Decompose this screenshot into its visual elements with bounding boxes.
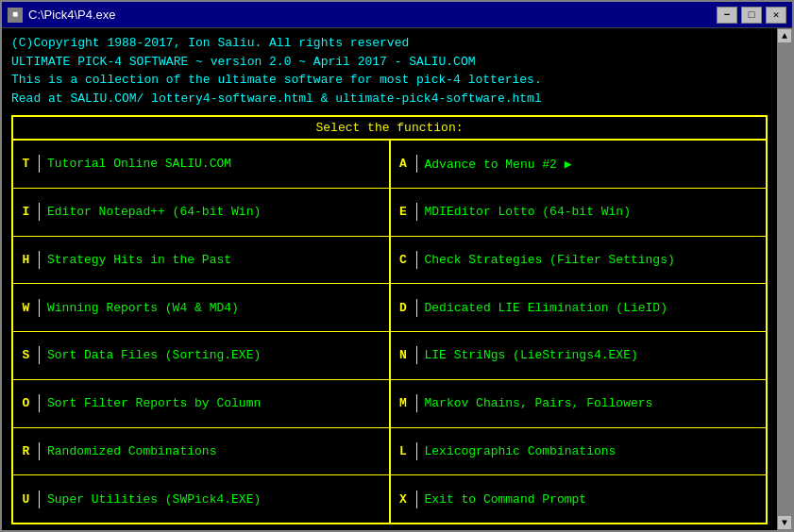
menu-label-x: Exit to Command Prompt bbox=[417, 490, 595, 508]
menu-label-o: Sort Filter Reports by Column bbox=[40, 394, 268, 412]
menu-key-u: U bbox=[13, 490, 40, 508]
menu-row: SSort Data Files (Sorting.EXE)NLIE StriN… bbox=[13, 332, 766, 380]
menu-label-n: LIE StriNgs (LieStrings4.EXE) bbox=[417, 346, 646, 364]
header-line2: ULTIMATE PICK-4 SOFTWARE ~ version 2.0 ~… bbox=[11, 53, 768, 72]
menu-key-x: X bbox=[391, 490, 417, 508]
menu-label-l: Lexicographic Combinations bbox=[417, 442, 624, 460]
menu-grid: TTutorial Online SALIU.COMAAdvance to Me… bbox=[13, 141, 766, 523]
menu-key-m: M bbox=[391, 394, 417, 412]
menu-key-o: O bbox=[13, 394, 40, 412]
maximize-button[interactable]: □ bbox=[741, 7, 762, 24]
title-bar: ■ C:\Pick4\P4.exe − □ ✕ bbox=[2, 2, 792, 28]
menu-row: IEditor Notepad++ (64-bit Win)EMDIEditor… bbox=[13, 189, 766, 237]
menu-cell-left-h[interactable]: HStrategy Hits in the Past bbox=[13, 237, 391, 284]
menu-key-d: D bbox=[391, 299, 417, 317]
menu-key-a: A bbox=[391, 155, 417, 173]
menu-row: TTutorial Online SALIU.COMAAdvance to Me… bbox=[13, 141, 766, 189]
menu-key-s: S bbox=[13, 346, 40, 364]
menu-cell-right-l[interactable]: LLexicographic Combinations bbox=[391, 428, 767, 475]
menu-row: OSort Filter Reports by ColumnMMarkov Ch… bbox=[13, 380, 766, 428]
menu-row: USuper Utilities (SWPick4.EXE)XExit to C… bbox=[13, 475, 766, 523]
menu-cell-right-m[interactable]: MMarkov Chains, Pairs, Followers bbox=[391, 380, 767, 427]
menu-cell-left-r[interactable]: RRandomized Combinations bbox=[13, 428, 391, 475]
menu-cell-right-e[interactable]: EMDIEditor Lotto (64-bit Win) bbox=[391, 189, 767, 236]
menu-cell-right-n[interactable]: NLIE StriNgs (LieStrings4.EXE) bbox=[391, 332, 767, 379]
menu-row: HStrategy Hits in the PastCCheck Strateg… bbox=[13, 237, 766, 285]
header-block: (C)Copyright 1988-2017, Ion Saliu. All r… bbox=[11, 34, 768, 108]
menu-label-h: Strategy Hits in the Past bbox=[40, 251, 239, 269]
scroll-up-button[interactable]: ▲ bbox=[777, 28, 792, 43]
menu-title: Select the function: bbox=[13, 117, 766, 141]
scrollbar[interactable]: ▲ ▼ bbox=[777, 28, 792, 530]
menu-key-w: W bbox=[13, 299, 40, 317]
console-wrapper: (C)Copyright 1988-2017, Ion Saliu. All r… bbox=[2, 28, 792, 530]
menu-label-i: Editor Notepad++ (64-bit Win) bbox=[40, 203, 268, 221]
title-bar-left: ■ C:\Pick4\P4.exe bbox=[8, 8, 116, 23]
menu-cell-left-i[interactable]: IEditor Notepad++ (64-bit Win) bbox=[13, 189, 391, 236]
menu-cell-right-d[interactable]: DDedicated LIE Elimination (LieID) bbox=[391, 284, 767, 331]
menu-label-m: Markov Chains, Pairs, Followers bbox=[417, 394, 661, 412]
menu-label-u: Super Utilities (SWPick4.EXE) bbox=[40, 490, 268, 508]
window-title: C:\Pick4\P4.exe bbox=[28, 8, 116, 22]
menu-key-h: H bbox=[13, 251, 40, 269]
menu-cell-left-u[interactable]: USuper Utilities (SWPick4.EXE) bbox=[13, 475, 391, 523]
menu-cell-right-c[interactable]: CCheck Strategies (Filter Settings) bbox=[391, 237, 767, 284]
menu-key-n: N bbox=[391, 346, 417, 364]
menu-label-t: Tutorial Online SALIU.COM bbox=[40, 155, 239, 173]
menu-label-a: Advance to Menu #2 ▶ bbox=[417, 155, 580, 174]
menu-row: WWinning Reports (W4 & MD4)DDedicated LI… bbox=[13, 284, 766, 332]
title-buttons: − □ ✕ bbox=[717, 7, 786, 24]
menu-key-i: I bbox=[13, 203, 40, 221]
console-area: (C)Copyright 1988-2017, Ion Saliu. All r… bbox=[2, 28, 777, 530]
window-icon: ■ bbox=[8, 8, 23, 23]
main-window: ■ C:\Pick4\P4.exe − □ ✕ (C)Copyright 198… bbox=[0, 0, 794, 532]
scroll-down-button[interactable]: ▼ bbox=[777, 515, 792, 530]
menu-label-e: MDIEditor Lotto (64-bit Win) bbox=[417, 203, 638, 221]
menu-label-r: Randomized Combinations bbox=[40, 442, 224, 460]
menu-key-c: C bbox=[391, 251, 417, 269]
menu-key-e: E bbox=[391, 203, 417, 221]
menu-key-l: L bbox=[391, 442, 417, 460]
menu-row: RRandomized CombinationsLLexicographic C… bbox=[13, 428, 766, 476]
menu-cell-left-o[interactable]: OSort Filter Reports by Column bbox=[13, 380, 391, 427]
menu-label-c: Check Strategies (Filter Settings) bbox=[417, 251, 683, 269]
scroll-track bbox=[777, 43, 792, 515]
close-button[interactable]: ✕ bbox=[766, 7, 786, 24]
menu-cell-left-t[interactable]: TTutorial Online SALIU.COM bbox=[13, 141, 391, 188]
menu-label-d: Dedicated LIE Elimination (LieID) bbox=[417, 299, 675, 317]
menu-cell-left-w[interactable]: WWinning Reports (W4 & MD4) bbox=[13, 284, 391, 331]
header-line1: (C)Copyright 1988-2017, Ion Saliu. All r… bbox=[11, 34, 768, 53]
menu-cell-right-x[interactable]: XExit to Command Prompt bbox=[391, 475, 767, 523]
menu-label-s: Sort Data Files (Sorting.EXE) bbox=[40, 346, 268, 364]
menu-key-r: R bbox=[13, 442, 40, 460]
menu-key-t: T bbox=[13, 155, 40, 173]
header-line3: This is a collection of the ultimate sof… bbox=[11, 71, 768, 90]
header-line4: Read at SALIU.COM/ lottery4-software.htm… bbox=[11, 90, 768, 108]
menu-cell-right-a[interactable]: AAdvance to Menu #2 ▶ bbox=[391, 141, 767, 188]
menu-cell-left-s[interactable]: SSort Data Files (Sorting.EXE) bbox=[13, 332, 391, 379]
minimize-button[interactable]: − bbox=[717, 7, 737, 24]
menu-label-w: Winning Reports (W4 & MD4) bbox=[40, 299, 246, 317]
menu-container: Select the function: TTutorial Online SA… bbox=[11, 115, 768, 524]
